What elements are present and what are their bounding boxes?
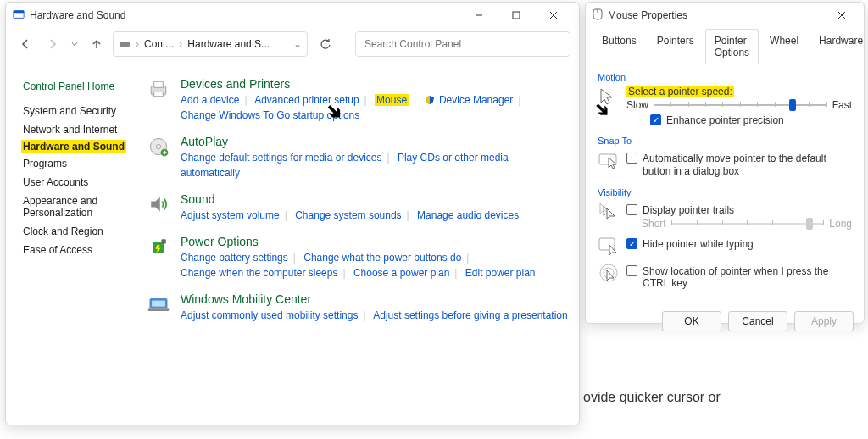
slow-label: Slow <box>626 99 648 111</box>
control-panel-icon <box>13 8 25 23</box>
cp-title: Hardware and Sound <box>30 9 125 21</box>
svg-rect-9 <box>154 92 164 97</box>
battery-settings-link[interactable]: Change battery settings <box>181 252 288 264</box>
apply-button[interactable]: Apply <box>794 311 854 331</box>
choose-plan-link[interactable]: Choose a power plan <box>353 267 449 279</box>
mp-titlebar: Mouse Properties <box>586 3 864 28</box>
edit-plan-link[interactable]: Edit power plan <box>465 267 536 279</box>
trails-label: Display pointer trails <box>643 204 734 216</box>
audio-devices-link[interactable]: Manage audio devices <box>417 209 519 221</box>
mp-title: Mouse Properties <box>608 9 687 21</box>
checkbox-icon <box>626 153 637 164</box>
mouse-properties-window: Mouse Properties Buttons Pointers Pointe… <box>585 2 865 324</box>
svg-rect-14 <box>162 239 166 243</box>
snapto-icon <box>598 149 620 171</box>
checkbox-icon <box>626 238 637 249</box>
mouse-icon <box>593 8 603 23</box>
sidebar-clock-region[interactable]: Clock and Region <box>16 223 143 240</box>
sidebar-system-security[interactable]: System and Security <box>16 103 143 119</box>
shield-icon <box>425 94 435 104</box>
breadcrumb-2[interactable]: Hardware and S... <box>187 38 270 50</box>
svg-rect-1 <box>14 10 24 13</box>
snapto-group: Snap To Automatically move pointer to th… <box>598 135 852 178</box>
mobility-center-heading[interactable]: Windows Mobility Center <box>181 292 569 306</box>
mobility-center-icon <box>147 292 170 316</box>
tab-wheel[interactable]: Wheel <box>760 29 808 64</box>
refresh-button[interactable] <box>313 38 338 50</box>
forward-button[interactable] <box>42 33 64 55</box>
autoplay-heading[interactable]: AutoPlay <box>181 135 569 148</box>
breadcrumb-1[interactable]: Cont... <box>144 38 174 50</box>
control-panel-home-link[interactable]: Control Panel Home <box>23 81 143 92</box>
search-box[interactable] <box>355 31 570 57</box>
sidebar-ease-of-access[interactable]: Ease of Access <box>16 242 143 258</box>
nav-toolbar: › Cont... › Hardware and S... ⌄ <box>6 28 579 65</box>
adjust-volume-link[interactable]: Adjust system volume <box>181 209 280 221</box>
sidebar-appearance[interactable]: Appearance and Personalization <box>16 192 118 221</box>
up-button[interactable] <box>86 33 108 55</box>
tab-pointer-options[interactable]: Pointer Options <box>705 29 759 64</box>
hide-typing-checkbox[interactable]: Hide pointer while typing <box>626 238 852 250</box>
control-panel-window: Hardware and Sound › Cont... › Hardware … <box>5 2 580 425</box>
maximize-button[interactable] <box>498 3 535 27</box>
sidebar-hardware-sound[interactable]: Hardware and Sound <box>21 140 126 153</box>
back-button[interactable] <box>14 33 36 55</box>
address-bar[interactable]: › Cont... › Hardware and S... ⌄ <box>113 31 308 57</box>
sidebar-network-internet[interactable]: Network and Internet <box>16 121 143 138</box>
svg-rect-13 <box>153 242 164 253</box>
motion-legend: Motion <box>598 71 852 82</box>
autoplay-icon <box>147 135 170 158</box>
minimize-button[interactable] <box>460 3 498 27</box>
add-device-link[interactable]: Add a device <box>181 94 239 106</box>
motion-group: Motion Select a pointer speed: Slow Fas <box>598 71 852 126</box>
power-options-heading[interactable]: Power Options <box>181 235 569 248</box>
hide-typing-icon <box>598 235 620 257</box>
ctrl-locate-icon <box>598 262 620 284</box>
search-input[interactable] <box>364 38 561 50</box>
sleep-settings-link[interactable]: Change when the computer sleeps <box>181 267 337 279</box>
mp-tabs: Buttons Pointers Pointer Options Wheel H… <box>586 28 864 64</box>
tab-hardware[interactable]: Hardware <box>810 29 868 64</box>
recent-dropdown[interactable] <box>69 33 81 55</box>
svg-rect-17 <box>148 308 170 311</box>
cancel-button[interactable]: Cancel <box>728 311 787 331</box>
svg-rect-3 <box>513 12 520 19</box>
visibility-legend: Visibility <box>598 186 852 197</box>
fast-label: Fast <box>832 99 852 111</box>
devices-printers-heading[interactable]: Devices and Printers <box>181 77 569 91</box>
snapto-checkbox[interactable]: Automatically move pointer to the defaul… <box>626 153 852 178</box>
enhance-precision-checkbox[interactable]: Enhance pointer precision <box>650 114 852 126</box>
svg-rect-8 <box>154 81 164 87</box>
sidebar: Control Panel Home System and Security N… <box>16 77 143 335</box>
chevron-down-icon[interactable]: ⌄ <box>293 38 302 50</box>
mobility-settings-link[interactable]: Adjust commonly used mobility settings <box>181 309 358 321</box>
tab-buttons[interactable]: Buttons <box>593 29 646 64</box>
autoplay-defaults-link[interactable]: Change default settings for media or dev… <box>181 152 381 164</box>
drive-icon <box>119 38 131 51</box>
mp-close-button[interactable] <box>826 3 857 27</box>
trails-slider <box>671 218 825 230</box>
dialog-button-row: OK Cancel Apply <box>586 304 864 338</box>
checkbox-icon <box>626 204 637 215</box>
ok-button[interactable]: OK <box>662 311 721 331</box>
sidebar-programs[interactable]: Programs <box>16 155 143 172</box>
device-manager-link[interactable]: Device Manager <box>439 94 513 106</box>
cp-titlebar: Hardware and Sound <box>6 3 579 28</box>
trails-checkbox[interactable]: Display pointer trails <box>626 204 852 216</box>
close-button[interactable] <box>535 3 572 27</box>
background-text-fragment: ovide quicker cursor or <box>583 390 721 405</box>
visibility-group: Visibility Display pointer trails Short <box>598 186 852 289</box>
mouse-link[interactable]: Mouse <box>375 94 409 106</box>
system-sounds-link[interactable]: Change system sounds <box>295 209 401 221</box>
snapto-legend: Snap To <box>598 135 852 146</box>
long-label: Long <box>829 218 852 230</box>
sound-heading[interactable]: Sound <box>181 192 569 206</box>
checkbox-icon <box>626 265 637 276</box>
tab-pointers[interactable]: Pointers <box>648 29 704 64</box>
power-buttons-link[interactable]: Change what the power buttons do <box>303 252 461 264</box>
ctrl-locate-checkbox[interactable]: Show location of pointer when I press th… <box>626 265 852 289</box>
pointer-speed-slider[interactable] <box>654 99 827 111</box>
presentation-settings-link[interactable]: Adjust settings before giving a presenta… <box>373 309 567 321</box>
main-panel: Devices and Printers Add a device| Advan… <box>147 77 569 335</box>
sidebar-user-accounts[interactable]: User Accounts <box>16 174 143 191</box>
